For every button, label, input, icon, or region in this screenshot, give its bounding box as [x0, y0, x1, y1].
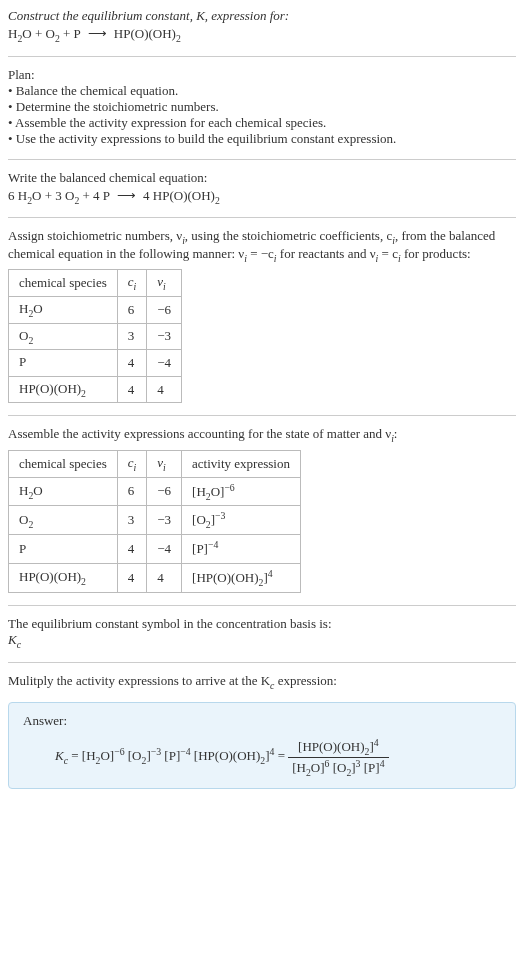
balanced-title: Write the balanced chemical equation: [8, 170, 516, 186]
cell-vi: −3 [147, 506, 182, 535]
plan-title: Plan: [8, 67, 516, 83]
ae1: [H [192, 484, 206, 499]
numerator: [HP(O)(OH)2]4 [288, 737, 388, 758]
ci-sub: i [134, 281, 137, 292]
cell-species: H2O [9, 477, 118, 506]
sp1sub: 2 [81, 576, 86, 587]
eq-lhs3: + P [60, 26, 81, 41]
multiply-section: Mulitply the activity expressions to arr… [8, 673, 516, 691]
cell-act: [P]−4 [182, 535, 301, 564]
cell-vi: 4 [147, 376, 182, 403]
cell-species: O2 [9, 323, 118, 350]
stoich-intro: Assign stoichiometric numbers, νi, using… [8, 228, 516, 263]
act-a: Assemble the activity expressions accoun… [8, 426, 391, 441]
divider [8, 605, 516, 606]
ae1: [P] [192, 542, 208, 557]
cell-ci: 6 [117, 477, 147, 506]
cell-species: P [9, 350, 118, 377]
t3sup: −4 [180, 746, 190, 757]
divider [8, 662, 516, 663]
balanced-equation: 6 H2O + 3 O2 + 4 P ⟶ 4 HP(O)(OH)2 [8, 188, 516, 206]
kc-sub: c [17, 639, 21, 650]
cell-vi: −6 [147, 477, 182, 506]
act-b: : [394, 426, 398, 441]
d1a: [H [292, 761, 306, 776]
cell-ci: 4 [117, 350, 147, 377]
th-ci: ci [117, 450, 147, 477]
d3sup: 4 [380, 758, 385, 769]
numa: [HP(O)(OH) [298, 740, 364, 755]
activity-section: Assemble the activity expressions accoun… [8, 426, 516, 593]
kc: K [8, 632, 17, 647]
bal-c4sub: 2 [215, 194, 220, 205]
divider [8, 56, 516, 57]
eq-lhs2: O + O [22, 26, 55, 41]
th-vi: νi [147, 270, 182, 297]
st-d: = −c [247, 246, 274, 261]
plan-item: Use the activity expressions to build th… [8, 131, 516, 147]
aesup: −3 [215, 510, 225, 521]
plan-item: Balance the chemical equation. [8, 83, 516, 99]
cell-species: O2 [9, 506, 118, 535]
denominator: [H2O]6 [O2]3 [P]4 [288, 758, 388, 778]
stoich-section: Assign stoichiometric numbers, νi, using… [8, 228, 516, 403]
t1b: O] [100, 749, 114, 764]
table-row: H2O 6 −6 [H2O]−6 [9, 477, 301, 506]
t4a: [HP(O)(OH) [191, 749, 261, 764]
table-row: P 4 −4 [9, 350, 182, 377]
table-row: P 4 −4 [P]−4 [9, 535, 301, 564]
aesup: 4 [268, 568, 273, 579]
aesup: −6 [224, 482, 234, 493]
table-row: chemical species ci νi activity expressi… [9, 450, 301, 477]
sp1: P [19, 354, 26, 369]
fraction: [HP(O)(OH)2]4[H2O]6 [O2]3 [P]4 [288, 737, 388, 778]
aesup: −4 [208, 539, 218, 550]
bal-c2: O + 3 O [32, 188, 74, 203]
answer-expression: Kc = [H2O]−6 [O2]−3 [P]−4 [HP(O)(OH)2]4 … [23, 737, 501, 778]
plan-item: Determine the stoichiometric numbers. [8, 99, 516, 115]
intro-equation: H2O + O2 + P ⟶ HP(O)(OH)2 [8, 26, 516, 44]
cell-ci: 4 [117, 564, 147, 593]
cell-species: P [9, 535, 118, 564]
st-b: , using the stoichiometric coefficients,… [185, 228, 392, 243]
table-row: HP(O)(OH)2 4 4 [9, 376, 182, 403]
t1a: [H [82, 749, 96, 764]
cell-vi: 4 [147, 564, 182, 593]
bal-c1: 6 H [8, 188, 27, 203]
st-e: for reactants and ν [277, 246, 376, 261]
st-f: = c [378, 246, 398, 261]
t1sup: −6 [114, 746, 124, 757]
cell-vi: −3 [147, 323, 182, 350]
table-row: HP(O)(OH)2 4 4 [HP(O)(OH)2]4 [9, 564, 301, 593]
symbol-kc: Kc [8, 632, 516, 650]
eq-rhs: HP(O)(OH) [114, 26, 176, 41]
cell-species: H2O [9, 296, 118, 323]
cell-species: HP(O)(OH)2 [9, 376, 118, 403]
t2a: [O [125, 749, 142, 764]
intro-line1: Construct the equilibrium constant, K, e… [8, 8, 516, 24]
cell-act: [H2O]−6 [182, 477, 301, 506]
sp1: O [19, 512, 28, 527]
sp1: HP(O)(OH) [19, 569, 81, 584]
intro-section: Construct the equilibrium constant, K, e… [8, 8, 516, 44]
divider [8, 159, 516, 160]
table-row: chemical species ci νi [9, 270, 182, 297]
t2sup: −3 [151, 746, 161, 757]
activity-table: chemical species ci νi activity expressi… [8, 450, 301, 593]
bal-c3: + 4 P [79, 188, 109, 203]
st-g: for products: [401, 246, 471, 261]
numsup: 4 [374, 737, 379, 748]
ae2: O] [211, 484, 225, 499]
cell-act: [O2]−3 [182, 506, 301, 535]
d1b: O] [311, 761, 325, 776]
table-row: H2O 6 −6 [9, 296, 182, 323]
cell-ci: 4 [117, 535, 147, 564]
sp1: H [19, 483, 28, 498]
cell-ci: 4 [117, 376, 147, 403]
cell-ci: 6 [117, 296, 147, 323]
cell-vi: −4 [147, 535, 182, 564]
th-species: chemical species [9, 450, 118, 477]
th-species: chemical species [9, 270, 118, 297]
th-vi: νi [147, 450, 182, 477]
eq-rhs-sub: 2 [176, 33, 181, 44]
